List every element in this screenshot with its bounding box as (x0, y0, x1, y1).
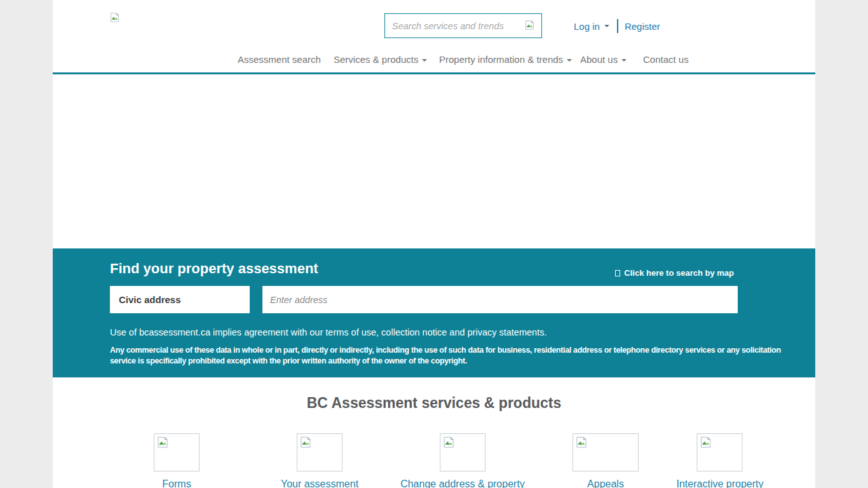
map-link-label: Click here to search by map (624, 268, 734, 278)
nav-label: Assessment search (238, 54, 321, 65)
service-card-appeals[interactable]: Appeals (573, 433, 639, 488)
map-icon (615, 270, 620, 276)
services-title: BC Assessment services & products (53, 395, 815, 412)
service-card-change-address-property[interactable]: Change address & property (400, 433, 525, 488)
search-by-map-link[interactable]: Click here to search by map (615, 268, 734, 278)
nav-item-property-information-trends[interactable]: Property information & trends (439, 54, 572, 65)
card-broken-image-icon (297, 433, 342, 471)
chevron-down-icon (567, 59, 572, 62)
chevron-down-icon (422, 59, 427, 62)
copyright-statement-line1: Any commercial use of these data in whol… (110, 346, 781, 355)
nav-label: Property information & trends (439, 54, 563, 65)
nav-item-assessment-search[interactable]: Assessment search (238, 54, 321, 65)
search-type-value: Civic address (119, 294, 181, 305)
service-card-label[interactable]: Appeals (587, 478, 624, 488)
service-card-your-assessment[interactable]: Your assessment (281, 433, 358, 488)
page-container: Log in Register Assessment search Servic… (53, 0, 815, 488)
find-assessment-banner: Find your property assessment Click here… (53, 248, 815, 377)
nav-item-about-us[interactable]: About us (580, 54, 627, 65)
service-card-forms[interactable]: Forms (154, 433, 200, 488)
assessment-search-form: Civic address (110, 286, 738, 313)
service-card-label[interactable]: Forms (162, 478, 191, 488)
card-broken-image-icon (697, 433, 743, 471)
search-type-select[interactable]: Civic address (110, 286, 250, 313)
nav-item-services-products[interactable]: Services & products (334, 54, 427, 65)
nav-label: Services & products (334, 54, 418, 65)
nav-label: About us (580, 54, 618, 65)
main-nav: Assessment search Services & products Pr… (53, 0, 815, 74)
service-card-interactive-property[interactable]: Interactive property (677, 433, 764, 488)
service-card-label[interactable]: Your assessment (281, 478, 358, 488)
chevron-down-icon (621, 59, 627, 62)
nav-item-contact-us[interactable]: Contact us (643, 54, 689, 65)
card-broken-image-icon (154, 433, 200, 471)
service-card-label[interactable]: Change address & property (400, 478, 525, 488)
copyright-statement-line2: service is specifically prohibited excep… (110, 356, 467, 365)
hero-carousel (53, 76, 815, 248)
top-header: Log in Register Assessment search Servic… (53, 0, 815, 74)
terms-statement: Use of bcassessment.ca implies agreement… (110, 327, 546, 337)
card-broken-image-icon (440, 433, 485, 471)
banner-title: Find your property assessment (110, 261, 318, 277)
address-input[interactable] (262, 286, 738, 313)
services-section: BC Assessment services & products Forms … (53, 377, 815, 488)
card-broken-image-icon (573, 433, 639, 471)
service-card-label[interactable]: Interactive property (677, 478, 764, 488)
nav-label: Contact us (643, 54, 689, 65)
